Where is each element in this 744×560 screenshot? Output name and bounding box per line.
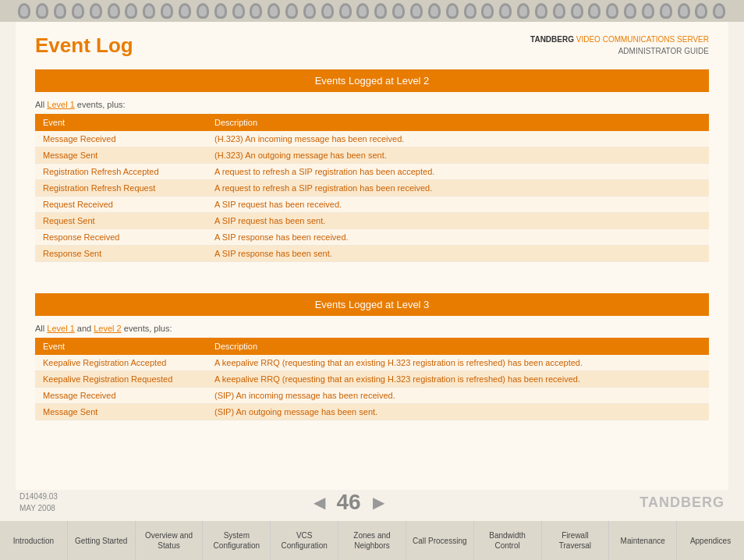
spiral-ring xyxy=(303,3,316,19)
table-row: Keepalive Registration AcceptedA keepali… xyxy=(35,355,709,371)
spiral-binding xyxy=(0,0,744,22)
col-event-header: Event xyxy=(35,114,207,131)
spiral-ring xyxy=(553,3,565,19)
nav-tab-system-configuration[interactable]: System Configuration xyxy=(203,521,271,560)
spiral-ring xyxy=(214,3,227,19)
desc-cell: A SIP response has been received. xyxy=(207,229,709,246)
brand-name: TANDBERG xyxy=(530,35,574,44)
spiral-ring xyxy=(410,3,423,19)
prev-page-button[interactable]: ◀ xyxy=(314,493,325,512)
spiral-ring xyxy=(535,3,547,19)
event-cell: Keepalive Registration Accepted xyxy=(35,355,207,371)
nav-tab-bandwidth-control[interactable]: Bandwidth Control xyxy=(474,521,542,560)
nav-tab-call-processing[interactable]: Call Processing xyxy=(406,521,474,560)
level2-link[interactable]: Level 2 xyxy=(94,324,121,333)
nav-tab-maintenance[interactable]: Maintenance xyxy=(609,521,677,560)
spiral-ring xyxy=(18,3,30,19)
spiral-ring xyxy=(392,3,405,19)
section1-level-text: All Level 1 events, plus: xyxy=(35,100,709,109)
event-cell: Request Received xyxy=(35,197,207,213)
section1-header: Events Logged at Level 2 xyxy=(35,69,709,92)
spiral-ring xyxy=(125,3,137,19)
event-cell: Message Received xyxy=(35,388,207,404)
table-row: Message Sent(SIP) An outgoing message ha… xyxy=(35,404,709,420)
spiral-ring xyxy=(143,3,155,19)
desc-cell: (H.323) An incoming message has been rec… xyxy=(207,131,709,147)
section2-level-text: All Level 1 and Level 2 events, plus: xyxy=(35,324,709,333)
col-desc-header: Description xyxy=(207,114,709,131)
page-title: Event Log xyxy=(35,34,133,58)
spiral-ring xyxy=(588,3,601,19)
spiral-ring xyxy=(571,3,583,19)
spiral-ring xyxy=(285,3,298,19)
event-cell: Message Sent xyxy=(35,147,207,164)
spiral-ring xyxy=(197,3,209,19)
spiral-ring xyxy=(428,3,441,19)
nav-tab-firewall-traversal[interactable]: Firewall Traversal xyxy=(542,521,610,560)
nav-tab-getting-started[interactable]: Getting Started xyxy=(68,521,136,560)
tandberg-logo: TANDBERG xyxy=(639,494,725,511)
page-number: 46 xyxy=(337,490,361,515)
nav-tab-overview-and-status[interactable]: Overview and Status xyxy=(136,521,204,560)
level1-link2[interactable]: Level 1 xyxy=(47,324,74,333)
bottom-navigation: IntroductionGetting StartedOverview and … xyxy=(0,521,744,560)
event-cell: Keepalive Registration Requested xyxy=(35,371,207,388)
page-header: Event Log TANDBERG VIDEO COMMUNICATIONS … xyxy=(35,34,709,58)
nav-tab-introduction[interactable]: Introduction xyxy=(0,521,68,560)
next-page-button[interactable]: ▶ xyxy=(373,493,384,512)
spiral-ring xyxy=(446,3,459,19)
spiral-ring xyxy=(713,3,725,19)
event-cell: Message Sent xyxy=(35,404,207,420)
spiral-ring xyxy=(232,3,245,19)
spiral-ring xyxy=(36,3,48,19)
table-row: Message Sent(H.323) An outgoing message … xyxy=(35,147,709,164)
event-cell: Registration Refresh Request xyxy=(35,180,207,197)
event-cell: Registration Refresh Accepted xyxy=(35,164,207,180)
desc-cell: A keepalive RRQ (requesting that an exis… xyxy=(207,371,709,388)
spiral-ring xyxy=(250,3,262,19)
spiral-ring xyxy=(72,3,84,19)
nav-tab-zones-and-neighbors[interactable]: Zones and Neighbors xyxy=(338,521,406,560)
table-row: Message Received(SIP) An incoming messag… xyxy=(35,388,709,404)
spiral-ring xyxy=(374,3,387,19)
desc-cell: A SIP request has been sent. xyxy=(207,213,709,229)
event-cell: Message Received xyxy=(35,131,207,147)
spiral-ring xyxy=(464,3,477,19)
desc-cell: A keepalive RRQ (requesting that an exis… xyxy=(207,355,709,371)
spiral-ring xyxy=(678,3,690,19)
event-cell: Response Received xyxy=(35,229,207,246)
spiral-ring xyxy=(267,3,280,19)
page-content: Event Log TANDBERG VIDEO COMMUNICATIONS … xyxy=(16,22,728,490)
desc-cell: A SIP response has been sent. xyxy=(207,246,709,262)
nav-tab-appendices[interactable]: Appendices xyxy=(677,521,744,560)
col-event-header2: Event xyxy=(35,338,207,355)
spiral-ring xyxy=(321,3,334,19)
table-row: Registration Refresh RequestA request to… xyxy=(35,180,709,197)
doc-date: MAY 2008 xyxy=(19,502,58,514)
spiral-ring xyxy=(517,3,530,19)
spiral-ring xyxy=(339,3,352,19)
spiral-ring xyxy=(108,3,120,19)
table-row: Request SentA SIP request has been sent. xyxy=(35,213,709,229)
doc-id: D14049.03 xyxy=(19,491,58,502)
nav-tab-vcs-configuration[interactable]: VCS Configuration xyxy=(271,521,338,560)
desc-cell: A request to refresh a SIP registration … xyxy=(207,164,709,180)
event-cell: Request Sent xyxy=(35,213,207,229)
spiral-ring xyxy=(481,3,494,19)
event-cell: Response Sent xyxy=(35,246,207,262)
guide-label: ADMINISTRATOR GUIDE xyxy=(530,45,709,57)
spiral-ring xyxy=(606,3,618,19)
spiral-ring xyxy=(90,3,102,19)
table-row: Keepalive Registration RequestedA keepal… xyxy=(35,371,709,388)
spiral-ring xyxy=(695,3,707,19)
spiral-ring xyxy=(54,3,66,19)
level1-link[interactable]: Level 1 xyxy=(47,100,74,109)
desc-cell: (H.323) An outgoing message has been sen… xyxy=(207,147,709,164)
section2-header: Events Logged at Level 3 xyxy=(35,293,709,316)
page-footer: D14049.03 MAY 2008 ◀ 46 ▶ TANDBERG xyxy=(0,490,744,515)
spiral-ring xyxy=(356,3,369,19)
spiral-ring xyxy=(161,3,173,19)
table-row: Response ReceivedA SIP response has been… xyxy=(35,229,709,246)
section1-table: Event Description Message Received(H.323… xyxy=(35,114,709,262)
col-desc-header2: Description xyxy=(207,338,709,355)
